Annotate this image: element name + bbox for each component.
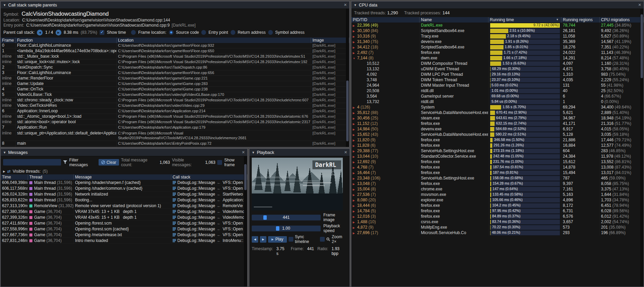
message-row[interactable]: 627,399,326nsGame (36,704)VRAM 43x45: 15… <box>1 215 247 220</box>
callstack-row[interactable]: inlinestd::chrono::steady_clock::nowC:\P… <box>1 98 349 103</box>
callstack-row[interactable]: inlinestd::unique_ptr<Application,std::d… <box>1 130 349 141</box>
cpu-row[interactable]: ▶14,784 (5)firefox.exe97.95 ms (0.42%)6,… <box>351 208 644 214</box>
cpu-row[interactable]: ▶4,768 (7)firefox.exe187.54 ms (0.81%)14… <box>351 164 644 170</box>
message-callstack[interactable]: DebugLog::Message←VFS::Open <box>171 180 247 185</box>
zoom-checkbox[interactable] <box>320 237 325 242</box>
callstack-row[interactable]: 3Floor::CalcLightNoLuminanceC:\Users\wol… <box>1 70 349 76</box>
message-row[interactable]: 627,667,736nsGame (36,704)Opening /meta/… <box>1 232 247 238</box>
radio-source-code-label[interactable]: Source code <box>176 30 199 35</box>
prev-parent-button[interactable]: ◀ <box>37 30 43 35</box>
message-row[interactable]: 626,024,328nsMain thread (31,596)Network… <box>1 191 247 197</box>
expand-right-icon[interactable]: ▶ <box>353 220 357 225</box>
cpu-row[interactable]: ▶29,388 (77)ServiceHub.SettingsHost.exe2… <box>351 148 644 154</box>
column-running-regions[interactable]: Running regions <box>561 17 600 23</box>
radio-return-address-label[interactable]: Return address <box>238 30 266 35</box>
callstack-row[interactable]: inlinestd::atomic<bool>::operator boolC:… <box>1 119 349 125</box>
expand-right-icon[interactable]: ▶ <box>353 23 357 28</box>
cpu-row[interactable]: ▶35,812 (88)ServiceHub.DataWarehouseHost… <box>351 110 644 115</box>
radio-symbol-address-label[interactable]: Symbol address <box>275 30 305 35</box>
show-time-checkbox[interactable] <box>100 30 104 35</box>
callstack-row[interactable]: 4Game::OnTickC:\Users\wolf\Desktop\darkr… <box>1 87 349 92</box>
expand-right-icon[interactable]: ▶ <box>353 127 357 132</box>
column-time[interactable]: Time <box>1 174 28 180</box>
column-image[interactable]: Image <box>311 38 349 43</box>
message-callstack[interactable]: DebugLog::Message←VFS::Open <box>171 186 247 191</box>
slider-grab[interactable] <box>276 226 279 231</box>
cpu-row[interactable]: ▶11,828 (6)firefox.exe291.26 ms (1.26%)1… <box>351 143 644 148</box>
cpu-scrollbar[interactable] <box>640 9 643 286</box>
close-icon[interactable]: ✕ <box>638 3 641 7</box>
playback-titlebar[interactable]: ▼ Playback ✕ <box>249 149 350 156</box>
filter-input[interactable] <box>3 159 61 166</box>
clear-button[interactable]: Clear <box>99 159 119 166</box>
callstack-row[interactable]: inlineVideo::GetTicksHiResC:\Users\wolf\… <box>1 103 349 109</box>
visible-threads-row[interactable]: ▶ ⇄ Visible threads: (5) <box>1 168 247 174</box>
expand-down-icon[interactable]: ▼ <box>353 56 357 61</box>
message-callstack[interactable]: DebugLog::Message←VFS::Open <box>171 220 247 226</box>
callstack-row[interactable]: inlinestd::unique_lock<std::mutex>::lock… <box>1 59 349 65</box>
message-callstack[interactable]: DebugLog::Message←VideoMemo <box>171 215 247 220</box>
cpu-row[interactable]: ▶15,652 (43)ServiceHub.DataWarehouseHost… <box>351 132 644 137</box>
expand-right-icon[interactable]: ▶ <box>353 176 357 181</box>
sync-timeline-checkbox[interactable] <box>289 237 293 242</box>
expand-right-icon[interactable]: ▶ <box>353 121 357 126</box>
callstack-row[interactable]: inlinestd::_Mutex_base::lockC:\Program F… <box>1 54 349 59</box>
cpu-row[interactable]: ▶8,080 (20)explorer.exe105.66 ms (0.46%)… <box>351 197 644 203</box>
cpu-titlebar[interactable]: ▼ CPU data ✕ <box>351 1 644 9</box>
expand-right-icon[interactable]: ▶ <box>353 29 357 33</box>
expand-right-icon[interactable]: ▶ <box>353 143 357 148</box>
column-function[interactable]: Function <box>16 38 117 43</box>
cpu-row[interactable]: ▶12,692 (9)firefox.exe231.76 ms (1.00%)1… <box>351 159 644 164</box>
expand-right-icon[interactable]: ▶ <box>353 225 357 230</box>
message-row[interactable]: 626,833,622nsMain thread (31,596)Booting… <box>1 197 247 203</box>
column-callstack[interactable]: Call stack <box>171 174 247 180</box>
expand-right-icon[interactable]: ▶ <box>353 182 357 186</box>
cpu-row[interactable]: ▶4 (126)System1.55 s (6.70%)69,29434,400… <box>351 104 644 110</box>
message-row[interactable]: 606,049,398nsMain thread (31,596)Opening… <box>1 180 247 186</box>
cpu-row[interactable]: ▶16,464 (7)firefox.exe187 ms (0.81%)15,4… <box>351 170 644 175</box>
column-pid-tid[interactable]: PID/TID <box>351 17 420 23</box>
expand-right-icon[interactable]: ▶ <box>353 198 357 203</box>
cpu-row[interactable]: ▶14,984 (50)devenv.exe584.69 ms (2.53%)6… <box>351 126 644 132</box>
scrollbar-thumb[interactable] <box>244 164 247 190</box>
cpu-row[interactable]: ▶23,348 (106)ServiceHub.SettingsHost.exe… <box>351 175 644 181</box>
expand-right-icon[interactable]: ▶ <box>353 171 357 175</box>
expand-right-icon[interactable]: ▶ <box>353 231 357 235</box>
message-row[interactable]: 627,411,606nsGame (36,704)Opening /fores… <box>1 220 247 226</box>
message-callstack[interactable]: DebugLog::Message←IntroMenu:: <box>171 238 247 243</box>
message-callstack[interactable]: DebugLog::Message←VideoMemo <box>171 209 247 214</box>
message-callstack[interactable]: DebugLog::Message←StartNetwo <box>171 191 247 197</box>
message-row[interactable]: 606,117,568nsMain thread (31,596)Opening… <box>1 186 247 191</box>
callstack-row[interactable]: 2TaskDispatch::SyncC:\Users\wolf\Desktop… <box>1 65 349 70</box>
cpu-row[interactable]: ▶15,004 (8)chrome.exe147 ms (0.64%)7,161… <box>351 186 644 192</box>
collapse-icon[interactable]: ▼ <box>3 151 6 154</box>
expand-right-icon[interactable]: ▶ <box>353 203 357 208</box>
radio-entry-point[interactable] <box>201 30 206 35</box>
message-row[interactable]: 627,313,190nsRemoteView (31,392)Remote v… <box>1 203 247 209</box>
expand-right-icon[interactable]: ▶ <box>353 116 357 121</box>
cpu-row[interactable]: ▼7,144 (8)dwm.exe1.66 s (7.18%)14,2918,2… <box>351 55 644 61</box>
column-name[interactable]: Name <box>420 17 488 23</box>
callstack-row[interactable]: 7Application::RunC:\Users\wolf\Desktop\d… <box>1 125 349 130</box>
cpu-row[interactable]: ▶2,492 (7)firefox.exe1.71 s (7.42%)24,02… <box>351 50 644 55</box>
expand-right-icon[interactable]: ▶ <box>353 209 357 214</box>
cpu-row[interactable]: ▶11,152 (12)firefox.exe632.15 ms (2.74%)… <box>351 121 644 126</box>
message-row[interactable]: 627,558,996nsGame (36,704)Opening /fores… <box>1 226 247 232</box>
expand-right-icon[interactable]: ▶ <box>353 160 357 164</box>
expand-right-icon[interactable]: ▶ <box>353 105 357 110</box>
close-icon[interactable]: ✕ <box>344 150 347 155</box>
expand-right-icon[interactable]: ▶ <box>353 154 357 159</box>
cpu-row[interactable]: ▶4,872 (9)MsMpEng.exe70.22 ms (0.30%)573… <box>351 225 644 230</box>
column-thread[interactable]: Thread <box>28 174 74 180</box>
callstack-row[interactable]: 6Application::InnerLoopC:\Users\wolf\Des… <box>1 109 349 114</box>
cpu-row[interactable]: ▶22,396 (49)DarkRL.exe9.72 s (42.06%)78,… <box>351 23 644 28</box>
cpu-row[interactable]: 20,508ntdll.dll1.01 ms (0.00%)4025 (62.5… <box>351 88 644 94</box>
expand-right-icon[interactable]: ▶ <box>353 138 357 143</box>
collapse-icon[interactable]: ▼ <box>252 151 255 154</box>
expand-right-icon[interactable]: ▶ <box>353 45 357 50</box>
cpu-row[interactable]: ▶27,696 (17)Microsoft.ServiceHub.Co48.06… <box>351 230 644 235</box>
expand-right-icon[interactable]: ▶ <box>353 149 357 154</box>
cpu-row[interactable]: ▶13,044 (10)StandardCollector.Service.ex… <box>351 154 644 159</box>
radio-entry-point-label[interactable]: Entry point <box>208 30 228 35</box>
next-frame-button[interactable]: ▶ <box>260 236 266 243</box>
